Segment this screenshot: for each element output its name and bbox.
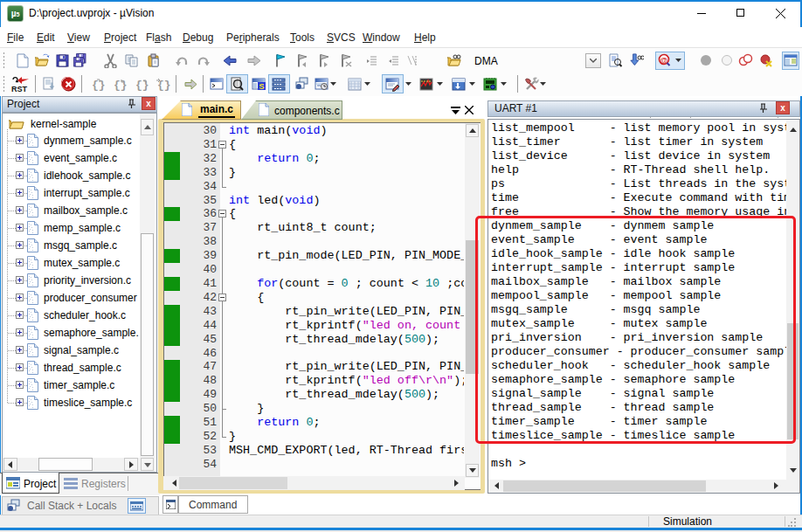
svg-text:RST: RST <box>11 85 28 93</box>
svg-text:{}: {} <box>92 79 105 92</box>
svg-text:@: @ <box>660 56 668 65</box>
svg-text:{}: {} <box>135 79 149 92</box>
svg-text:{}: {} <box>114 79 127 92</box>
svg-text:S: S <box>259 82 264 91</box>
